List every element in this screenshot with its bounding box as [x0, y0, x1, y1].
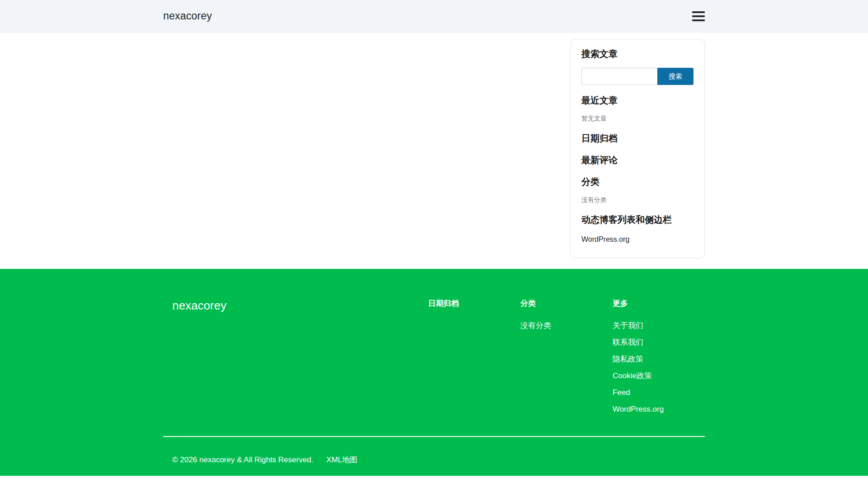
search-button[interactable]: 搜索	[657, 68, 693, 85]
sidebar-heading-categories: 分类	[581, 176, 693, 188]
footer-heading-more: 更多	[613, 299, 705, 308]
xml-sitemap-link[interactable]: XML地图	[326, 455, 358, 464]
main-content: 搜索文章 搜索 最近文章 暂无文章 日期归档 最新评论 分类 没有分类 动态博客…	[0, 33, 868, 269]
footer-link-cookie-policy[interactable]: Cookie政策	[613, 371, 652, 380]
recent-posts-empty-text: 暂无文章	[581, 114, 693, 123]
footer-link-wordpress-org[interactable]: WordPress.org	[613, 405, 664, 413]
search-input[interactable]	[581, 68, 657, 85]
footer-link-privacy[interactable]: 隐私政策	[613, 355, 643, 363]
footer-column-more: 更多 关于我们 联系我们 隐私政策 Cookie政策 Feed WordPres…	[613, 299, 705, 421]
footer-column-categories: 分类 没有分类	[520, 299, 613, 421]
footer-link-contact[interactable]: 联系我们	[613, 338, 643, 347]
footer-link-about[interactable]: 关于我们	[613, 321, 643, 330]
site-footer: nexacorey 日期归档 分类 没有分类 更多 关于我们 联系我们 隐私政策…	[0, 269, 868, 476]
footer-columns: nexacorey 日期归档 分类 没有分类 更多 关于我们 联系我们 隐私政策…	[163, 299, 705, 421]
sidebar-heading-meta: 动态博客列表和侧边栏	[581, 214, 693, 226]
hamburger-bar	[692, 11, 705, 13]
footer-bottom-bar: © 2026 nexacorey & All Rights Reserved. …	[163, 455, 705, 465]
copyright-text: © 2026 nexacorey & All Rights Reserved.	[172, 455, 313, 464]
sidebar-heading-comments: 最新评论	[581, 154, 693, 166]
footer-column-archives: 日期归档	[428, 299, 520, 421]
site-title[interactable]: nexacorey	[163, 10, 212, 22]
footer-heading-archives: 日期归档	[428, 299, 520, 308]
footer-categories-empty-text: 没有分类	[520, 321, 613, 330]
sidebar-link-wordpress-org[interactable]: WordPress.org	[581, 235, 629, 244]
footer-link-feed[interactable]: Feed	[613, 388, 630, 397]
hamburger-menu-icon[interactable]	[692, 8, 705, 24]
hamburger-bar	[692, 19, 705, 21]
search-form: 搜索	[581, 68, 693, 85]
footer-heading-categories: 分类	[520, 299, 613, 308]
sidebar-widget-card: 搜索文章 搜索 最近文章 暂无文章 日期归档 最新评论 分类 没有分类 动态博客…	[570, 39, 705, 258]
footer-divider	[163, 436, 705, 437]
categories-empty-text: 没有分类	[581, 196, 693, 204]
site-header: nexacorey	[0, 0, 868, 33]
sidebar-heading-archives: 日期归档	[581, 132, 693, 145]
sidebar-heading-search: 搜索文章	[581, 48, 693, 60]
content-area	[163, 33, 570, 269]
sidebar-heading-recent-posts: 最近文章	[581, 94, 693, 107]
footer-brand[interactable]: nexacorey	[163, 299, 428, 421]
hamburger-bar	[692, 15, 705, 17]
